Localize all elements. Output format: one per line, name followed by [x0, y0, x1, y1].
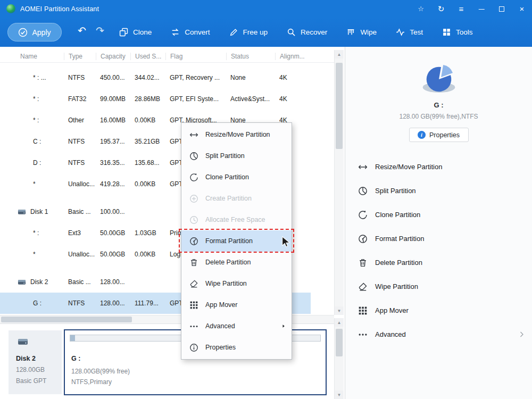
menu-item-resize-move[interactable]: Resize/Move Partition	[181, 124, 292, 145]
panel-action-wipe[interactable]: Wipe Partition	[345, 275, 532, 298]
table-header: Name Type Capacity Used S... Flag Status…	[0, 50, 334, 63]
close-button[interactable]: ×	[512, 0, 532, 18]
partition-filesystem: NTFS,Primary	[71, 378, 112, 386]
disk-info-card[interactable]: Disk 2 128.00GB Basic GPT	[9, 330, 62, 394]
titlebar-controls: ☆ ↻ ≡ ─ ×	[411, 0, 532, 18]
menu-item-delete[interactable]: Delete Partition	[181, 252, 292, 273]
panel-action-resize-move[interactable]: Resize/Move Partition	[345, 155, 532, 179]
scrollbar-thumb[interactable]	[1, 317, 132, 322]
properties-button[interactable]: i Properties	[409, 128, 469, 142]
chevron-right-icon	[518, 331, 525, 338]
format-icon	[189, 237, 198, 246]
test-button[interactable]: Test	[396, 28, 423, 37]
title-bar: AOMEI Partition Assistant ☆ ↻ ≡ ─ ×	[0, 0, 532, 18]
context-menu: Resize/Move Partition Split Partition Cl…	[181, 122, 292, 360]
menu-item-clone[interactable]: Clone Partition	[181, 167, 292, 188]
scroll-down-icon[interactable]: ▼	[335, 390, 344, 399]
scroll-down-icon[interactable]: ▼	[335, 306, 344, 315]
delete-icon	[358, 258, 368, 268]
disk-icon	[17, 208, 27, 216]
tools-button[interactable]: Tools	[442, 28, 473, 37]
advanced-icon	[358, 330, 368, 339]
delete-icon	[189, 258, 198, 267]
table-row[interactable]: * :FAT3299.00MB28.86MBGPT, EFI Syste...A…	[0, 88, 311, 110]
column-header-used[interactable]: Used S...	[130, 53, 165, 60]
disk-icon	[17, 278, 27, 286]
freeup-icon	[229, 28, 238, 37]
diskview-vertical-scrollbar[interactable]: ▲ ▼	[334, 318, 344, 399]
selected-partition-info: 128.00 GB(99% free),NTFS	[345, 113, 532, 120]
menu-item-app-mover[interactable]: App Mover	[181, 294, 292, 315]
wipe-icon	[346, 28, 355, 37]
right-action-panel: G : 128.00 GB(99% free),NTFS i Propertie…	[345, 47, 532, 399]
window-title: AOMEI Partition Assistant	[20, 5, 99, 13]
menu-item-create-disabled: Create Partition	[181, 188, 292, 209]
apply-button[interactable]: Apply	[7, 23, 62, 41]
clone-cycle-icon	[358, 210, 368, 220]
wipe-icon	[189, 279, 198, 288]
toolbar-buttons: Clone Convert Free up Recover Wipe Test	[119, 18, 472, 47]
maximize-icon	[499, 6, 504, 12]
column-header-flag[interactable]: Flag	[165, 53, 226, 60]
panel-action-app-mover[interactable]: App Mover	[345, 298, 532, 322]
properties-icon	[189, 343, 198, 352]
app-window: AOMEI Partition Assistant ☆ ↻ ≡ ─ × Appl…	[0, 0, 532, 399]
maximize-button[interactable]	[492, 0, 512, 18]
resize-move-icon	[358, 162, 368, 172]
create-icon	[189, 194, 198, 203]
redo-button[interactable]: ↷	[96, 24, 104, 37]
hamburger-menu-icon[interactable]: ≡	[451, 0, 471, 18]
advanced-icon	[189, 322, 198, 331]
disk-icon	[16, 337, 30, 347]
main-toolbar: Apply ↶ ↷ Clone Convert Free up Recover	[0, 18, 532, 47]
menu-item-advanced[interactable]: Advanced	[181, 315, 292, 337]
minimize-button[interactable]: ─	[471, 0, 492, 18]
menu-item-format-highlighted[interactable]: Format Partition	[181, 230, 292, 252]
panel-action-advanced[interactable]: Advanced	[345, 322, 532, 346]
clone-cycle-icon	[189, 173, 198, 182]
menu-item-properties[interactable]: Properties	[181, 337, 292, 358]
resize-move-icon	[189, 130, 198, 139]
apply-label: Apply	[32, 28, 51, 37]
scroll-up-icon[interactable]: ▲	[335, 50, 344, 59]
menu-item-wipe[interactable]: Wipe Partition	[181, 273, 292, 294]
menu-item-split[interactable]: Split Partition	[181, 145, 292, 167]
column-header-name[interactable]: Name	[0, 53, 64, 60]
column-header-align[interactable]: Alignm...	[275, 53, 311, 60]
column-header-status[interactable]: Status	[226, 53, 275, 60]
undo-button[interactable]: ↶	[78, 24, 86, 37]
convert-button[interactable]: Convert	[171, 28, 210, 37]
disk-type: Basic GPT	[16, 377, 62, 385]
wipe-button[interactable]: Wipe	[346, 28, 377, 37]
allocate-icon	[189, 215, 198, 225]
panel-action-format[interactable]: Format Partition	[345, 227, 532, 251]
panel-action-clone[interactable]: Clone Partition	[345, 203, 532, 227]
refresh-icon[interactable]: ↻	[431, 0, 451, 18]
recover-button[interactable]: Recover	[287, 28, 327, 37]
scrollbar-thumb[interactable]	[336, 329, 343, 356]
app-mover-icon	[189, 301, 198, 310]
mouse-cursor	[281, 236, 292, 248]
column-header-capacity[interactable]: Capacity	[96, 53, 130, 60]
split-icon	[189, 152, 198, 161]
usage-bar-fill	[70, 335, 75, 341]
partition-name: G :	[71, 355, 80, 362]
app-mover-icon	[358, 306, 368, 315]
tools-icon	[442, 28, 451, 37]
format-icon	[358, 234, 368, 244]
scrollbar-thumb[interactable]	[336, 63, 343, 149]
scroll-up-icon[interactable]: ▲	[335, 318, 344, 327]
table-vertical-scrollbar[interactable]: ▲ ▼	[334, 50, 344, 315]
disk-size: 128.00GB	[16, 366, 62, 373]
panel-action-split[interactable]: Split Partition	[345, 179, 532, 203]
partition-info: 128.00GB(99% free)	[71, 368, 130, 375]
favorite-star-icon[interactable]: ☆	[411, 0, 431, 18]
convert-icon	[171, 28, 180, 37]
app-logo-icon	[6, 4, 15, 13]
free-up-button[interactable]: Free up	[229, 28, 268, 37]
clone-button[interactable]: Clone	[119, 28, 152, 37]
panel-action-delete[interactable]: Delete Partition	[345, 251, 532, 275]
table-row[interactable]: * : ...NTFS450.00...344.02...GPT, Recove…	[0, 67, 311, 88]
menu-item-allocate-disabled: Allocate Free Space	[181, 209, 292, 230]
column-header-type[interactable]: Type	[64, 53, 96, 60]
